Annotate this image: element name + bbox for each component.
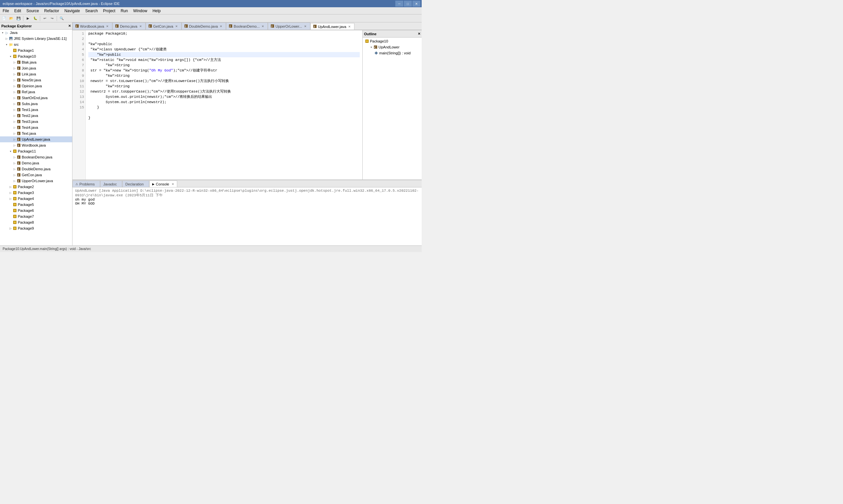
tree-item-test4[interactable]: ▷JTest4.java: [0, 125, 72, 130]
tree-arrow-pkg8: [8, 220, 13, 224]
tree-item-test2[interactable]: ▷JTest2.java: [0, 113, 72, 119]
menu-edit[interactable]: Edit: [12, 7, 24, 14]
tree-item-pkg10[interactable]: ▾Package10: [0, 53, 72, 59]
editor-tab-4[interactable]: JBooleanDemo...✕: [226, 22, 268, 30]
outline-label-2: main(String[]) : void: [379, 51, 411, 55]
tree-item-pkg3[interactable]: ▷Package3: [0, 190, 72, 196]
tree-item-pkg5[interactable]: Package5: [0, 202, 72, 208]
tree-label-test2: Test2.java: [22, 114, 38, 118]
tree-item-newstr[interactable]: ▷JNewStr.java: [0, 77, 72, 83]
toolbar-new[interactable]: 📄: [1, 15, 7, 22]
tree-item-link[interactable]: ▷JLink.java: [0, 71, 72, 77]
svg-rect-5: [14, 55, 16, 57]
tree-item-pkg6[interactable]: Package6: [0, 208, 72, 214]
tree-item-demo[interactable]: ▷JDemo.java: [0, 160, 72, 166]
tree-item-pkg9[interactable]: ▷Package9: [0, 225, 72, 231]
toolbar-open[interactable]: 📂: [8, 15, 15, 22]
tree-icon-text: J: [16, 131, 21, 136]
svg-text:J: J: [313, 25, 315, 28]
bottom-tab-3[interactable]: ▶Console✕: [149, 181, 177, 187]
tree-item-jre[interactable]: ▷☕JRE System Library [JavaSE-11]: [0, 36, 72, 41]
tree-label-getcon: GetCon.java: [22, 173, 42, 177]
tree-item-pkg1[interactable]: Package1: [0, 48, 72, 53]
bottom-tab-0[interactable]: ⚠Problems: [72, 181, 100, 187]
tree-item-startorend[interactable]: ▷JStartOrEnd.java: [0, 95, 72, 101]
tab-close-6[interactable]: ✕: [347, 25, 352, 29]
menu-navigate[interactable]: Navigate: [61, 7, 82, 14]
minimize-button[interactable]: ─: [395, 1, 403, 6]
tree-arrow-pkg11: ▾: [8, 149, 13, 153]
tree-item-pkg11[interactable]: ▾Package11: [0, 148, 72, 154]
tree-label-upperorlow: UpperOrLower.java: [22, 179, 53, 183]
pe-close-icon[interactable]: ✕: [68, 24, 71, 28]
outline-item-2[interactable]: main(String[]) : void: [363, 50, 421, 56]
toolbar-debug[interactable]: 🐛: [32, 15, 38, 22]
close-button[interactable]: ✕: [412, 1, 420, 6]
bottom-tab-1[interactable]: Javadoc: [100, 181, 122, 187]
menu-project[interactable]: Project: [101, 7, 118, 14]
menu-help[interactable]: Help: [150, 7, 163, 14]
toolbar-search[interactable]: 🔍: [58, 15, 65, 22]
tree-item-subs[interactable]: ▷JSubs.java: [0, 101, 72, 107]
tree-item-text[interactable]: ▷JText.java: [0, 130, 72, 137]
tree-item-java[interactable]: ▾▷Java: [0, 30, 72, 36]
status-bar: Package10.UpAndLower.main(String[] args)…: [0, 246, 422, 252]
tab-close-1[interactable]: ✕: [139, 24, 143, 28]
outline-close-icon[interactable]: ✕: [418, 32, 420, 36]
toolbar-redo[interactable]: ↪: [49, 15, 55, 22]
tree-item-getcon[interactable]: ▷JGetCon.java: [0, 172, 72, 178]
menu-run[interactable]: Run: [118, 7, 130, 14]
tree-item-test1[interactable]: ▷JTest1.java: [0, 107, 72, 113]
title-text: eclipse-workspace - Java/src/Package10/U…: [1, 2, 120, 5]
tree-item-upandlower[interactable]: ▷JUpAndLower.java: [0, 137, 72, 142]
tree-item-doubledemo[interactable]: ▷JDoubleDemo.java: [0, 166, 72, 172]
menu-refactor[interactable]: Refactor: [41, 7, 61, 14]
tree-item-test3[interactable]: ▷JTest3.java: [0, 119, 72, 125]
editor-tab-0[interactable]: JWordbook.java✕: [72, 22, 112, 30]
tab-close-5[interactable]: ✕: [303, 24, 307, 28]
tree-icon-pkg11: [13, 149, 17, 154]
tree-item-ref[interactable]: ▷JRef.java: [0, 89, 72, 95]
toolbar-save[interactable]: 💾: [15, 15, 22, 22]
tab-close-2[interactable]: ✕: [175, 24, 179, 28]
tree-item-pkg7[interactable]: Package7: [0, 214, 72, 219]
bottom-tab-2[interactable]: Declaration: [122, 181, 149, 187]
editor-tab-2[interactable]: JGetCon.java✕: [146, 22, 181, 30]
tab-close-0[interactable]: ✕: [105, 24, 109, 28]
tree-item-upperorlow[interactable]: ▷JUpperOrLower.java: [0, 178, 72, 184]
bottom-tab-icon-3: ▶: [152, 182, 155, 186]
tree-item-wordbook[interactable]: ▷JWordbook.java: [0, 142, 72, 148]
tab-icon-0: J: [75, 24, 79, 28]
editor-tab-1[interactable]: JDemo.java✕: [112, 22, 146, 30]
menu-file[interactable]: File: [0, 7, 12, 14]
toolbar-undo[interactable]: ↩: [41, 15, 48, 22]
menu-window[interactable]: Window: [130, 7, 150, 14]
svg-text:J: J: [17, 132, 19, 136]
bottom-tab-close-3[interactable]: ✕: [172, 182, 174, 186]
menu-source[interactable]: Source: [24, 7, 41, 14]
code-content[interactable]: package Package10; "kw">public "kw">clas…: [86, 30, 362, 180]
tab-label-4: BooleanDemo...: [234, 24, 259, 28]
tree-item-opinion[interactable]: ▷JOpinion.java: [0, 83, 72, 89]
tab-close-4[interactable]: ✕: [261, 24, 265, 28]
editor-tab-6[interactable]: JUpAndLower.java✕: [310, 23, 355, 30]
maximize-button[interactable]: □: [404, 1, 412, 6]
pe-tree[interactable]: ▾▷Java▷☕JRE System Library [JavaSE-11]▾📁…: [0, 30, 72, 246]
tree-item-booldemo[interactable]: ▷JBooleanDemo.java: [0, 154, 72, 160]
tree-item-join[interactable]: ▷JJoin.java: [0, 65, 72, 71]
tab-icon-3: J: [184, 24, 188, 28]
outline-item-0[interactable]: Package10: [363, 38, 421, 44]
editor-tab-3[interactable]: JDoubleDemo.java✕: [181, 22, 226, 30]
tab-close-3[interactable]: ✕: [219, 24, 223, 28]
editor-tab-5[interactable]: JUpperOrLower...✕: [268, 22, 310, 30]
tree-item-blak[interactable]: ▷JBlak.java: [0, 59, 72, 65]
tree-item-pkg8[interactable]: Package8: [0, 219, 72, 225]
menu-search[interactable]: Search: [83, 7, 101, 14]
tree-item-src[interactable]: ▾📁src: [0, 41, 72, 48]
tree-item-pkg4[interactable]: ▷Package4: [0, 196, 72, 202]
toolbar-run[interactable]: ▶: [25, 15, 31, 22]
svg-text:J: J: [17, 162, 19, 165]
outline-item-1[interactable]: ▾CUpAndLower: [363, 44, 421, 50]
tree-label-test4: Test4.java: [22, 126, 38, 129]
tree-item-pkg2[interactable]: ▷Package2: [0, 184, 72, 190]
